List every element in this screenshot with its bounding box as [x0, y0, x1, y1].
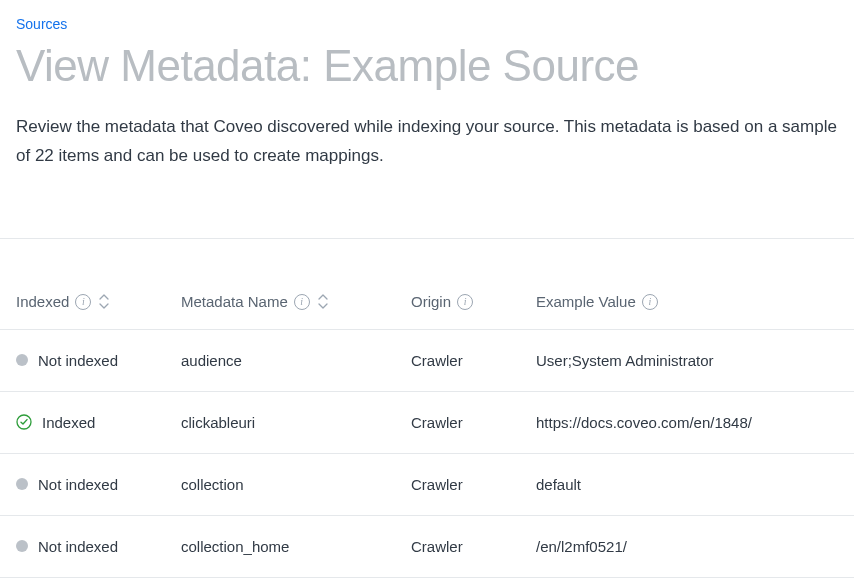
column-header-example-value: Example Value	[536, 293, 636, 310]
table-header-row: Indexed i Metadata Name i Origin i Examp…	[0, 275, 854, 330]
column-header-metadata-name: Metadata Name	[181, 293, 288, 310]
info-icon[interactable]: i	[642, 294, 658, 310]
indexed-status: Not indexed	[38, 352, 118, 369]
metadata-name: audience	[181, 352, 242, 369]
sort-icon[interactable]	[97, 293, 111, 311]
status-dot-icon	[16, 478, 28, 490]
column-header-indexed: Indexed	[16, 293, 69, 310]
indexed-status: Not indexed	[38, 538, 118, 555]
table-row[interactable]: Not indexedaudienceCrawlerUser;System Ad…	[0, 330, 854, 392]
divider	[0, 199, 854, 239]
table-row[interactable]: IndexedclickableuriCrawlerhttps://docs.c…	[0, 392, 854, 454]
origin-value: Crawler	[411, 538, 463, 555]
table-row[interactable]: Not indexedcollectionCrawlerdefault	[0, 454, 854, 516]
page-description: Review the metadata that Coveo discovere…	[16, 113, 838, 171]
info-icon[interactable]: i	[294, 294, 310, 310]
metadata-table: Indexed i Metadata Name i Origin i Examp…	[0, 275, 854, 578]
origin-value: Crawler	[411, 352, 463, 369]
metadata-name: collection	[181, 476, 244, 493]
origin-value: Crawler	[411, 414, 463, 431]
info-icon[interactable]: i	[75, 294, 91, 310]
metadata-name: collection_home	[181, 538, 289, 555]
example-value: User;System Administrator	[536, 352, 714, 369]
indexed-status: Not indexed	[38, 476, 118, 493]
column-header-origin: Origin	[411, 293, 451, 310]
example-value: https://docs.coveo.com/en/1848/	[536, 414, 752, 431]
metadata-name: clickableuri	[181, 414, 255, 431]
info-icon[interactable]: i	[457, 294, 473, 310]
breadcrumb-sources[interactable]: Sources	[16, 16, 838, 32]
table-row[interactable]: Not indexedcollection_homeCrawler/en/l2m…	[0, 516, 854, 578]
status-dot-icon	[16, 540, 28, 552]
sort-icon[interactable]	[316, 293, 330, 311]
status-dot-icon	[16, 354, 28, 366]
origin-value: Crawler	[411, 476, 463, 493]
indexed-status: Indexed	[42, 414, 95, 431]
example-value: default	[536, 476, 581, 493]
page-title: View Metadata: Example Source	[16, 40, 838, 93]
check-circle-icon	[16, 414, 32, 430]
example-value: /en/l2mf0521/	[536, 538, 627, 555]
